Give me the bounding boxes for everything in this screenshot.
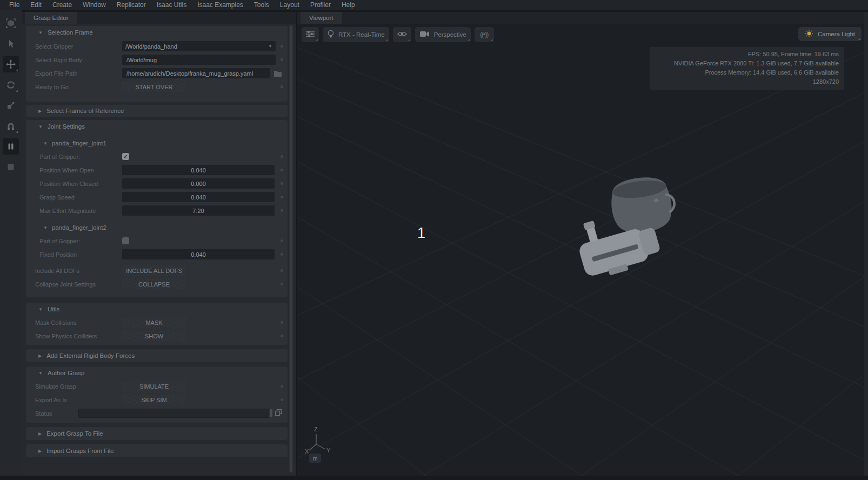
default-value-dot xyxy=(281,283,283,285)
camera-button[interactable]: Perspective xyxy=(415,27,471,42)
pause-button[interactable] xyxy=(3,138,19,155)
simulate-button[interactable]: SIMULATE xyxy=(122,381,186,391)
units-button[interactable]: m xyxy=(309,454,321,463)
viewport-3d[interactable]: RTX - Real-Time Perspective ((•)) xyxy=(297,24,868,476)
select-frames-header[interactable]: ▶ Select Frames of Reference xyxy=(26,105,288,117)
tool-options-corner xyxy=(16,131,18,133)
external-forces-header[interactable]: ▶ Add External Rigid Body Forces xyxy=(26,349,288,362)
selection-frame-header[interactable]: ▼ Selection Frame xyxy=(26,26,288,39)
collapse-button[interactable]: COLLAPSE xyxy=(122,279,186,289)
camera-light-button[interactable]: Camera Light xyxy=(798,27,862,41)
select-rigid-body-value: /World/mug xyxy=(126,57,157,63)
default-value-dot xyxy=(281,58,283,61)
part-of-gripper2-label: Part of Gripper: xyxy=(39,238,122,244)
show-button[interactable]: SHOW xyxy=(122,331,186,341)
menu-tools[interactable]: Tools xyxy=(249,1,274,9)
default-value-dot xyxy=(281,85,283,88)
panel-scrollbar[interactable] xyxy=(289,25,293,474)
viewport-toolbar: RTX - Real-Time Perspective ((•)) xyxy=(302,27,494,42)
snap-tool-button[interactable] xyxy=(3,118,19,134)
section-select-frames: ▶ Select Frames of Reference xyxy=(26,105,288,117)
window-scrollbar[interactable] xyxy=(864,12,868,476)
select-tool-button[interactable] xyxy=(3,36,19,52)
skip-sim-button[interactable]: SKIP SIM xyxy=(122,395,186,405)
part-of-gripper2-checkbox[interactable] xyxy=(122,237,129,244)
section-export-grasp: ▶ Export Grasp To File xyxy=(26,427,288,440)
move-tool-button[interactable] xyxy=(3,56,19,72)
include-all-dofs-button[interactable]: INCLUDE ALL DOFS xyxy=(122,265,186,276)
section-import-grasps: ▶ Import Grasps From File xyxy=(26,444,288,457)
position-when-open-field[interactable]: 0.040 xyxy=(122,165,275,175)
stats-resolution: 1280x720 xyxy=(650,77,839,86)
part-of-gripper-label: Part of Gripper: xyxy=(39,154,122,160)
eye-icon xyxy=(397,30,408,39)
menu-window[interactable]: Window xyxy=(78,1,111,9)
tab-grasp-editor[interactable]: Grasp Editor xyxy=(25,12,77,24)
cursor-icon xyxy=(5,38,16,49)
fixed-position-label: Fixed Position xyxy=(39,251,122,258)
section-title: Utils xyxy=(48,306,59,312)
export-file-path-field[interactable]: /home/arudich/Desktop/franka_mug_grasp.y… xyxy=(122,68,270,78)
rotate-icon xyxy=(5,79,16,90)
position-when-closed-label: Position When Closed xyxy=(39,181,122,187)
browse-folder-button[interactable] xyxy=(273,70,282,77)
menu-edit[interactable]: Edit xyxy=(25,1,46,9)
export-grasp-header[interactable]: ▶ Export Grasp To File xyxy=(26,427,288,440)
grasp-speed-field[interactable]: 0.040 xyxy=(122,192,275,202)
collapse-expanded-icon: ▼ xyxy=(38,307,43,312)
joint2-header[interactable]: ▼ panda_finger_joint2 xyxy=(43,223,288,232)
position-when-closed-field[interactable]: 0.000 xyxy=(122,178,275,189)
visibility-button[interactable] xyxy=(393,27,411,42)
main-toolbar xyxy=(0,10,22,476)
fixed-position-field[interactable]: 0.040 xyxy=(122,249,275,259)
include-all-dofs-label: Include All DOFs xyxy=(35,268,122,274)
mask-button[interactable]: MASK xyxy=(122,317,186,328)
max-effort-field[interactable]: 7.20 xyxy=(122,205,275,216)
menu-create[interactable]: Create xyxy=(48,1,77,9)
default-value-dot xyxy=(281,385,283,388)
stop-button[interactable] xyxy=(3,159,19,175)
section-title: Select Frames of Reference xyxy=(46,108,124,114)
selection-mode-button[interactable] xyxy=(3,15,19,31)
part-of-gripper-checkbox[interactable]: ✓ xyxy=(122,153,129,160)
menu-profiler[interactable]: Profiler xyxy=(305,1,336,9)
copy-icon[interactable] xyxy=(275,409,282,418)
menu-help[interactable]: Help xyxy=(337,1,360,9)
status-drag-handle[interactable] xyxy=(270,409,272,417)
utils-header[interactable]: ▼ Utils xyxy=(26,303,288,316)
status-input[interactable] xyxy=(78,409,269,418)
sliders-icon xyxy=(305,30,315,39)
default-value-dot xyxy=(281,182,283,185)
joint-settings-header[interactable]: ▼ Joint Settings xyxy=(26,120,288,133)
selection-mode-icon xyxy=(5,17,17,29)
select-rigid-body-field[interactable]: /World/mug xyxy=(122,55,276,65)
collapse-collapsed-icon: ▶ xyxy=(38,354,42,358)
import-grasps-header[interactable]: ▶ Import Grasps From File xyxy=(26,444,288,457)
axis-z-label: Z xyxy=(314,426,318,432)
select-gripper-dropdown[interactable]: /World/panda_hand ▼ xyxy=(122,41,276,51)
rotate-tool-button[interactable] xyxy=(3,77,19,93)
viewport-tabbar: Viewport xyxy=(297,12,868,24)
collapse-expanded-icon: ▼ xyxy=(43,141,48,146)
menu-file[interactable]: File xyxy=(4,1,24,9)
viewport-settings-button[interactable] xyxy=(302,27,319,42)
menu-isaac-utils[interactable]: Isaac Utils xyxy=(152,1,191,9)
collapse-joint-settings-label: Collapse Joint Settings xyxy=(35,281,122,288)
select-gripper-value: /World/panda_hand xyxy=(125,43,177,50)
default-value-dot xyxy=(281,209,283,212)
author-grasp-header[interactable]: ▼ Author Grasp xyxy=(26,366,288,379)
simulate-grasp-label: Simulate Grasp xyxy=(35,383,122,390)
scale-tool-button[interactable] xyxy=(3,97,19,114)
start-over-button[interactable]: START OVER xyxy=(122,82,186,92)
grasp-editor-panel: ▼ Selection Frame Select Gripper /World/… xyxy=(22,24,296,476)
renderer-button[interactable]: RTX - Real-Time xyxy=(323,27,389,42)
menu-isaac-examples[interactable]: Isaac Examples xyxy=(192,1,248,9)
collapse-expanded-icon: ▼ xyxy=(38,30,43,35)
menu-replicator[interactable]: Replicator xyxy=(112,1,151,9)
collapse-expanded-icon: ▼ xyxy=(38,124,43,129)
default-value-dot xyxy=(281,321,283,324)
joint1-header[interactable]: ▼ panda_finger_joint1 xyxy=(43,138,288,148)
capture-button[interactable]: ((•)) xyxy=(475,27,494,42)
tab-viewport[interactable]: Viewport xyxy=(301,12,342,24)
menu-layout[interactable]: Layout xyxy=(275,1,304,9)
